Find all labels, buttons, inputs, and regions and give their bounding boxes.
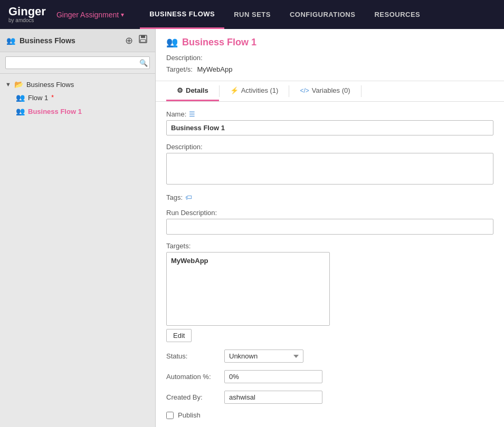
run-description-label: Run Description:: [166, 209, 493, 217]
tab-variables-label: Variables (0): [312, 86, 350, 94]
targets-box: MyWebApp: [166, 252, 330, 326]
flow1-icon: 👥: [16, 93, 25, 102]
tab-variables-icon: </>: [300, 87, 309, 94]
description-row: Description:: [166, 143, 493, 186]
meta-targets: Target/s: MyWebApp: [166, 64, 493, 75]
brand-logo: Ginger by amdocs: [8, 6, 46, 23]
tab-activities-label: Activities (1): [241, 86, 279, 94]
search-input[interactable]: [5, 56, 150, 69]
meta-description-label: Description:: [166, 52, 493, 64]
name-input[interactable]: [166, 120, 493, 135]
name-row: Name: ☰: [166, 110, 493, 135]
brand-name: Ginger: [8, 6, 46, 17]
meta-targets-value: MyWebApp: [197, 65, 232, 73]
tab-separator-3: [361, 85, 362, 97]
tab-details-icon: ⚙: [177, 86, 183, 94]
created-by-row: Created By:: [166, 391, 493, 404]
tabs-bar: ⚙ Details ⚡ Activities (1) </> Variables…: [156, 81, 504, 102]
svg-rect-2: [140, 40, 146, 42]
automation-label: Automation %:: [166, 373, 219, 381]
meta-targets-label: Target/s:: [166, 65, 193, 73]
run-description-input[interactable]: [166, 219, 493, 235]
run-description-row: Run Description:: [166, 209, 493, 235]
name-label-text: Name:: [166, 110, 186, 118]
automation-input[interactable]: [224, 370, 322, 383]
assignment-dropdown-icon[interactable]: ▾: [121, 11, 124, 18]
targets-row: Targets: ➜ MyWebApp Edit: [166, 242, 493, 342]
sidebar-tree: ▼ 📂 Business Flows 👥 Flow 1 * 👥 Business…: [0, 74, 155, 427]
tags-label-text: Tags:: [166, 193, 183, 201]
sidebar-title-text: Business Flows: [20, 36, 75, 45]
search-icon: 🔍: [139, 59, 148, 67]
tree-root-label: Business Flows: [26, 81, 74, 89]
publish-label[interactable]: Publish: [178, 411, 201, 419]
targets-label: Targets:: [166, 242, 493, 250]
description-label: Description:: [166, 143, 493, 151]
created-by-input[interactable]: [224, 391, 322, 404]
content-title-icon: 👥: [166, 36, 178, 48]
tab-details[interactable]: ⚙ Details: [166, 81, 219, 101]
status-row: Status: Unknown Active Inactive: [166, 350, 493, 363]
tab-activities-icon: ⚡: [230, 86, 239, 94]
targets-value-text: MyWebApp: [171, 257, 325, 265]
svg-rect-1: [141, 35, 145, 38]
name-label: Name: ☰: [166, 110, 493, 118]
tags-row: Tags: 🏷: [166, 193, 493, 201]
assignment-selector[interactable]: Ginger Assignment: [56, 11, 119, 19]
automation-row: Automation %:: [166, 370, 493, 383]
content-header: 👥 Business Flow 1 Description: Target/s:…: [156, 29, 504, 81]
save-button[interactable]: [137, 34, 149, 46]
flow1-label: Flow 1: [28, 94, 48, 102]
content-meta: Description: Target/s: MyWebApp: [166, 52, 493, 75]
tags-icon: 🏷: [185, 193, 192, 201]
flow1-asterisk: *: [51, 94, 54, 101]
sidebar-actions: ⊕: [124, 34, 149, 46]
created-by-label: Created By:: [166, 393, 219, 401]
sidebar: 👥 Business Flows ⊕ 🔍 ▼ �: [0, 29, 156, 427]
nav-link-configurations[interactable]: CONFIGURATIONS: [280, 0, 365, 29]
tree-root-business-flows[interactable]: ▼ 📂 Business Flows: [0, 78, 155, 91]
form-area: Name: ☰ Description: Tags: 🏷: [156, 102, 504, 427]
publish-checkbox[interactable]: [166, 412, 174, 419]
status-select[interactable]: Unknown Active Inactive: [224, 350, 303, 363]
description-textarea[interactable]: [166, 153, 493, 185]
tree-collapse-icon: ▼: [5, 81, 11, 88]
nav-link-run-sets[interactable]: RUN SETS: [224, 0, 280, 29]
sidebar-title: 👥 Business Flows: [6, 36, 75, 45]
run-description-label-text: Run Description:: [166, 209, 217, 217]
sidebar-title-icon: 👥: [6, 36, 15, 45]
content-area: ➜ 👥 Business Flow 1 Description: Target/…: [156, 29, 504, 427]
name-label-icon: ☰: [189, 110, 195, 118]
sidebar-search-area: 🔍: [0, 52, 155, 74]
status-label: Status:: [166, 352, 219, 360]
business-flow1-label: Business Flow 1: [28, 108, 82, 115]
nav-link-business-flows[interactable]: BUSINESS FLOWS: [140, 0, 224, 29]
edit-targets-button[interactable]: Edit: [166, 329, 192, 342]
targets-label-text: Targets:: [166, 242, 191, 250]
brand-subtitle: by amdocs: [8, 17, 46, 23]
sidebar-item-flow1[interactable]: 👥 Flow 1 *: [0, 91, 155, 104]
tags-label: Tags: 🏷: [166, 193, 493, 201]
sidebar-header: 👥 Business Flows ⊕: [0, 29, 155, 52]
nav-link-resources[interactable]: RESOURCES: [365, 0, 430, 29]
nav-links: BUSINESS FLOWS RUN SETS CONFIGURATIONS R…: [140, 0, 496, 29]
content-title: 👥 Business Flow 1: [166, 36, 493, 48]
add-flow-button[interactable]: ⊕: [124, 34, 134, 46]
publish-row: Publish: [166, 411, 493, 419]
tab-activities[interactable]: ⚡ Activities (1): [220, 81, 289, 101]
main-layout: 👥 Business Flows ⊕ 🔍 ▼ �: [0, 29, 504, 427]
content-title-text: Business Flow 1: [182, 37, 256, 48]
tab-details-label: Details: [186, 86, 208, 94]
description-label-text: Description:: [166, 143, 203, 151]
top-navigation: Ginger by amdocs Ginger Assignment ▾ BUS…: [0, 0, 504, 29]
tab-variables[interactable]: </> Variables (0): [289, 81, 360, 101]
business-flow1-icon: 👥: [16, 107, 25, 115]
tree-root-folder-icon: 📂: [14, 80, 23, 89]
sidebar-item-business-flow-1[interactable]: 👥 Business Flow 1: [0, 104, 155, 118]
